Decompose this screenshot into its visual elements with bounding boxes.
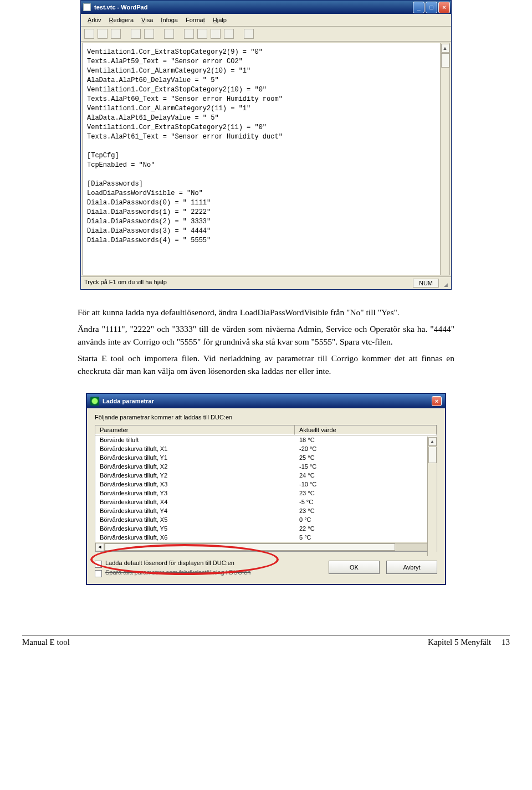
cell-parameter: Börvärdeskurva tilluft, X6 [95, 533, 295, 542]
table-horizontal-scrollbar[interactable]: ◄ ► [95, 542, 437, 551]
table-row[interactable]: Börvärdeskurva tilluft, X1-20 °C [95, 444, 437, 453]
paragraph-1: För att kunna ladda nya defaultlösenord,… [78, 306, 454, 319]
document-text[interactable]: Ventilation1.Cor_ExtraStopCategory2(9) =… [83, 43, 449, 250]
cut-icon[interactable] [184, 29, 194, 39]
checkbox-icon[interactable] [95, 561, 102, 568]
cell-parameter: Börvärdeskurva tilluft, Y3 [95, 489, 295, 497]
cell-parameter: Börvärdeskurva tilluft, Y2 [95, 471, 295, 480]
cell-value: 5 °C [295, 533, 437, 542]
table-header: Parameter Aktuellt värde [95, 425, 437, 435]
dialog-intro: Följande parametrar kommer att laddas ti… [95, 414, 437, 420]
cell-parameter: Börvärdeskurva tilluft, Y1 [95, 453, 295, 462]
header-parameter[interactable]: Parameter [95, 425, 295, 435]
paragraph-2: Ändra "1111", "2222" och "3333" till de … [78, 323, 454, 348]
document-area[interactable]: Ventilation1.Cor_ExtraStopCategory2(9) =… [82, 43, 450, 275]
dialog-titlebar[interactable]: Ladda parametrar × [87, 394, 445, 408]
cell-parameter: Börvärdeskurva tilluft, Y4 [95, 506, 295, 515]
checkbox-label-1: Ladda default lösenord för displayen til… [105, 560, 234, 566]
hscroll-thumb[interactable] [105, 543, 395, 551]
cell-value: 25 °C [295, 453, 437, 462]
dialog-close-button[interactable]: × [432, 396, 442, 406]
cell-parameter: Börvärde tilluft [95, 435, 295, 444]
status-num: NUM [413, 279, 439, 288]
cell-value: 24 °C [295, 471, 437, 480]
window-title: test.vtc - WordPad [94, 4, 147, 11]
footer-page: 13 [502, 638, 510, 647]
copy-icon[interactable] [197, 29, 207, 39]
table-row[interactable]: Börvärdeskurva tilluft, X3-10 °C [95, 480, 437, 489]
toolbar [81, 27, 451, 42]
menu-hjalp[interactable]: Hjälp [209, 16, 230, 24]
checkbox-load-password[interactable]: Ladda default lösenord för displayen til… [95, 560, 321, 568]
preview-icon[interactable] [144, 29, 154, 39]
cell-parameter: Börvärdeskurva tilluft, X5 [95, 515, 295, 524]
ok-button[interactable]: OK [329, 561, 380, 574]
close-button[interactable]: × [438, 2, 450, 13]
checkbox-save-factory[interactable]: Spara alla parametrar som fabriksinställ… [95, 569, 321, 577]
minimize-button[interactable]: _ [413, 2, 424, 13]
footer-chapter: Kapitel 5 Menyfält [428, 638, 491, 647]
checkbox-label-2: Spara alla parametrar som fabriksinställ… [105, 569, 250, 576]
table-row[interactable]: Börvärdeskurva tilluft, X65 °C [95, 533, 437, 542]
app-icon [83, 3, 91, 11]
table-row[interactable]: Börvärdeskurva tilluft, X2-15 °C [95, 462, 437, 471]
cell-value: 22 °C [295, 524, 437, 533]
menu-redigera[interactable]: Redigera [105, 16, 137, 24]
footer-left: Manual E tool [22, 638, 428, 647]
load-parameters-dialog: Ladda parametrar × Följande parametrar k… [86, 393, 446, 585]
scroll-left-icon[interactable]: ◄ [95, 543, 104, 551]
cell-value: -15 °C [295, 462, 437, 471]
table-row[interactable]: Börvärdeskurva tilluft, Y323 °C [95, 489, 437, 497]
menu-arkiv[interactable]: Arkiv [84, 16, 104, 24]
status-text: Tryck på F1 om du vill ha hjälp [84, 279, 411, 288]
menu-infoga[interactable]: Infoga [157, 16, 181, 24]
table-row[interactable]: Börvärdeskurva tilluft, Y522 °C [95, 524, 437, 533]
dialog-icon [90, 397, 99, 406]
cell-value: 23 °C [295, 506, 437, 515]
print-icon[interactable] [131, 29, 141, 39]
cell-value: -5 °C [295, 497, 437, 506]
undo-icon[interactable] [224, 29, 234, 39]
dialog-title: Ladda parametrar [103, 398, 154, 404]
paragraph-3: Starta E tool och importera filen. Vid n… [78, 352, 454, 377]
table-vertical-scrollbar[interactable]: ▲ [427, 437, 437, 556]
table-row[interactable]: Börvärdeskurva tilluft, Y224 °C [95, 471, 437, 480]
cell-parameter: Börvärdeskurva tilluft, X4 [95, 497, 295, 506]
open-icon[interactable] [98, 29, 108, 39]
scroll-up-icon[interactable]: ▲ [441, 44, 449, 53]
header-value[interactable]: Aktuellt värde [295, 425, 437, 435]
cancel-button[interactable]: Avbryt [386, 561, 437, 574]
table-row[interactable]: Börvärdeskurva tilluft, Y125 °C [95, 453, 437, 462]
table-row[interactable]: Börvärdeskurva tilluft, X50 °C [95, 515, 437, 524]
cell-value: -20 °C [295, 444, 437, 453]
menu-visa[interactable]: Visa [138, 16, 156, 24]
find-icon[interactable] [164, 29, 174, 39]
scroll-thumb[interactable] [428, 447, 437, 463]
cell-value: 0 °C [295, 515, 437, 524]
cell-value: 23 °C [295, 489, 437, 497]
save-icon[interactable] [111, 29, 121, 39]
scroll-up-icon[interactable]: ▲ [428, 437, 437, 446]
new-icon[interactable] [84, 29, 94, 39]
cell-value: 18 °C [295, 435, 437, 444]
checkbox-icon[interactable] [95, 570, 102, 577]
cell-parameter: Börvärdeskurva tilluft, X2 [95, 462, 295, 471]
paste-icon[interactable] [211, 29, 221, 39]
wordpad-window: test.vtc - WordPad _ □ × Arkiv Redigera … [80, 0, 452, 290]
table-row[interactable]: Börvärdeskurva tilluft, X4-5 °C [95, 497, 437, 506]
parameter-table: Parameter Aktuellt värde Börvärde tilluf… [95, 425, 437, 552]
datetime-icon[interactable] [244, 29, 254, 39]
maximize-button[interactable]: □ [426, 2, 437, 13]
vertical-scrollbar[interactable]: ▲ [440, 43, 449, 275]
table-row[interactable]: Börvärde tilluft18 °C [95, 435, 437, 444]
page-footer: Manual E tool Kapitel 5 Menyfält 13 [22, 635, 510, 647]
document-body: För att kunna ladda nya defaultlösenord,… [78, 306, 454, 377]
wordpad-titlebar[interactable]: test.vtc - WordPad _ □ × [81, 1, 451, 14]
menu-format[interactable]: Format [182, 16, 208, 24]
status-bar: Tryck på F1 om du vill ha hjälp NUM ◢ [81, 276, 451, 289]
scroll-thumb[interactable] [441, 53, 449, 68]
resize-grip-icon[interactable]: ◢ [439, 279, 448, 288]
cell-parameter: Börvärdeskurva tilluft, X1 [95, 444, 295, 453]
table-row[interactable]: Börvärdeskurva tilluft, Y423 °C [95, 506, 437, 515]
cell-parameter: Börvärdeskurva tilluft, X3 [95, 480, 295, 489]
